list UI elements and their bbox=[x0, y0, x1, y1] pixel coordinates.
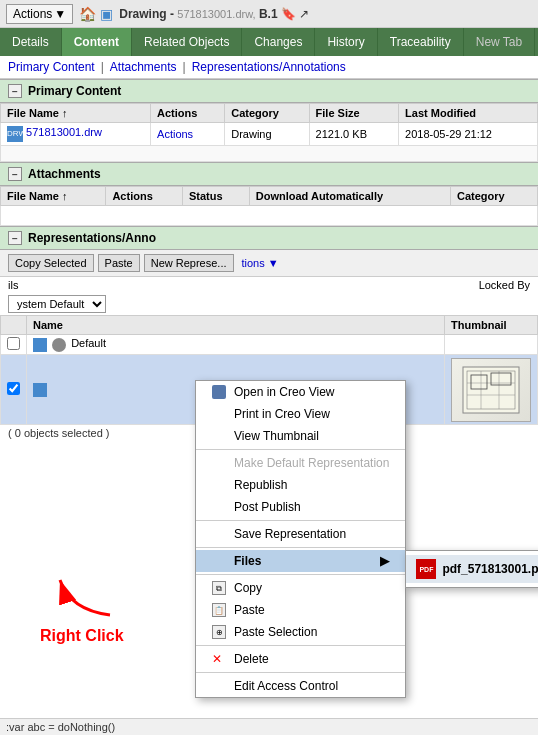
rep-checkbox[interactable] bbox=[1, 335, 27, 355]
context-menu: Open in Creo View Print in Creo View Vie… bbox=[195, 380, 406, 698]
context-menu-container: Open in Creo View Print in Creo View Vie… bbox=[195, 380, 406, 698]
menu-item-view-thumbnail[interactable]: View Thumbnail bbox=[196, 425, 405, 447]
title-code: 571813001.drw, bbox=[177, 8, 255, 20]
menu-label-print-creo-view: Print in Creo View bbox=[234, 407, 330, 421]
row-filename: DRW 571813001.drw bbox=[1, 123, 151, 146]
thumbnail-drawing bbox=[452, 359, 530, 421]
menu-sep-2 bbox=[196, 520, 405, 521]
menu-item-open-creo-view[interactable]: Open in Creo View bbox=[196, 381, 405, 403]
subnav-attachments[interactable]: Attachments bbox=[110, 60, 177, 74]
new-representation-button[interactable]: New Represe... bbox=[144, 254, 234, 272]
toolbar-icons: 🏠 ▣ bbox=[79, 6, 113, 22]
rep-checkbox-2[interactable] bbox=[1, 355, 27, 425]
delete-icon: ✕ bbox=[212, 652, 226, 666]
menu-label-view-thumbnail: View Thumbnail bbox=[234, 429, 319, 443]
subnav-primary-content[interactable]: Primary Content bbox=[8, 60, 95, 74]
rep-check-input[interactable] bbox=[7, 337, 20, 350]
attachments-header: − Attachments bbox=[0, 162, 538, 186]
drawing-svg bbox=[461, 365, 521, 415]
rep-small-icon bbox=[33, 338, 47, 352]
menu-label-paste-selection: Paste Selection bbox=[234, 625, 317, 639]
menu-item-paste[interactable]: 📋 Paste bbox=[196, 599, 405, 621]
row-actions-link[interactable]: Actions bbox=[157, 128, 193, 140]
menu-item-paste-selection[interactable]: ⊕ Paste Selection bbox=[196, 621, 405, 643]
menu-label-files: Files bbox=[234, 554, 261, 568]
menu-sep-3 bbox=[196, 547, 405, 548]
attachments-section: − Attachments File Name ↑ Actions Status… bbox=[0, 162, 538, 226]
rep-check-input-2[interactable] bbox=[7, 382, 20, 395]
menu-item-make-default: Make Default Representation bbox=[196, 452, 405, 474]
rep-options-area: ils Locked By bbox=[0, 277, 538, 293]
menu-sep-5 bbox=[196, 645, 405, 646]
menu-item-post-publish[interactable]: Post Publish bbox=[196, 496, 405, 518]
representations-header: − Representations/Anno bbox=[0, 226, 538, 250]
subnav-representations[interactable]: Representations/Annotations bbox=[192, 60, 346, 74]
att-col-status: Status bbox=[182, 187, 249, 206]
locked-by-label: Locked By bbox=[479, 279, 530, 291]
rep-col-name[interactable]: Name bbox=[27, 316, 445, 335]
representations-title: Representations/Anno bbox=[28, 231, 156, 245]
menu-label-paste: Paste bbox=[234, 603, 265, 617]
rep-dropdown-select[interactable]: ystem Default bbox=[8, 295, 106, 313]
tab-content[interactable]: Content bbox=[62, 28, 132, 56]
menu-item-files[interactable]: Files ▶ PDF pdf_571813001.pdf bbox=[196, 550, 405, 572]
menu-label-copy: Copy bbox=[234, 581, 262, 595]
options-dropdown[interactable]: tions ▼ bbox=[242, 257, 279, 269]
menu-label-make-default: Make Default Representation bbox=[234, 456, 389, 470]
menu-label-save-representation: Save Representation bbox=[234, 527, 346, 541]
att-col-filename[interactable]: File Name ↑ bbox=[1, 187, 106, 206]
tab-changes[interactable]: Changes bbox=[242, 28, 315, 56]
menu-label-edit-access-control: Edit Access Control bbox=[234, 679, 338, 693]
attachments-collapse[interactable]: − bbox=[8, 167, 22, 181]
status-bar-text: :var abc = doNothing() bbox=[6, 721, 115, 733]
primary-content-title: Primary Content bbox=[28, 84, 121, 98]
table-row: DRW 571813001.drw Actions Drawing 2121.0… bbox=[1, 123, 538, 146]
paste-icon: 📋 bbox=[212, 603, 226, 617]
paste-button[interactable]: Paste bbox=[98, 254, 140, 272]
copy-selected-button[interactable]: Copy Selected bbox=[8, 254, 94, 272]
status-bar: :var abc = doNothing() bbox=[0, 718, 538, 735]
menu-item-print-creo-view[interactable]: Print in Creo View bbox=[196, 403, 405, 425]
tab-new-tab[interactable]: New Tab bbox=[464, 28, 535, 56]
primary-content-table: File Name ↑ Actions Category File Size L… bbox=[0, 103, 538, 162]
tab-traceability[interactable]: Traceability bbox=[378, 28, 464, 56]
sub-nav: Primary Content | Attachments | Represen… bbox=[0, 56, 538, 79]
row-category: Drawing bbox=[225, 123, 309, 146]
top-bar: Actions ▼ 🏠 ▣ Drawing - 571813001.drw, B… bbox=[0, 0, 538, 28]
external-icon[interactable]: ↗ bbox=[299, 7, 309, 21]
tab-history[interactable]: History bbox=[315, 28, 377, 56]
tab-related-objects[interactable]: Related Objects bbox=[132, 28, 242, 56]
table-empty-row bbox=[1, 146, 538, 162]
title-version: B.1 bbox=[259, 7, 278, 21]
representations-collapse[interactable]: − bbox=[8, 231, 22, 245]
rep-dropdown-area: ystem Default bbox=[0, 293, 538, 315]
row-lastmodified: 2018-05-29 21:12 bbox=[399, 123, 538, 146]
menu-item-delete[interactable]: ✕ Delete bbox=[196, 648, 405, 670]
home-icon[interactable]: 🏠 bbox=[79, 6, 96, 22]
menu-item-edit-access-control[interactable]: Edit Access Control bbox=[196, 675, 405, 697]
attachments-table: File Name ↑ Actions Status Download Auto… bbox=[0, 186, 538, 226]
menu-label-delete: Delete bbox=[234, 652, 269, 666]
row-actions[interactable]: Actions bbox=[151, 123, 225, 146]
primary-content-collapse[interactable]: − bbox=[8, 84, 22, 98]
col-filename[interactable]: File Name ↑ bbox=[1, 104, 151, 123]
submenu-item-pdf[interactable]: PDF pdf_571813001.pdf bbox=[406, 555, 538, 583]
title-prefix: Drawing - bbox=[119, 7, 174, 21]
page-wrapper: Actions ▼ 🏠 ▣ Drawing - 571813001.drw, B… bbox=[0, 0, 538, 735]
col-category: Category bbox=[225, 104, 309, 123]
files-submenu: PDF pdf_571813001.pdf bbox=[405, 550, 538, 588]
actions-label: Actions bbox=[13, 7, 52, 21]
rep-toolbar: Copy Selected Paste New Represe... tions… bbox=[0, 250, 538, 277]
menu-item-republish[interactable]: Republish bbox=[196, 474, 405, 496]
menu-sep-1 bbox=[196, 449, 405, 450]
tab-details[interactable]: Details bbox=[0, 28, 62, 56]
actions-dropdown-button[interactable]: Actions ▼ bbox=[6, 4, 73, 24]
menu-item-save-representation[interactable]: Save Representation bbox=[196, 523, 405, 545]
file-name-link[interactable]: 571813001.drw bbox=[26, 126, 102, 138]
menu-sep-6 bbox=[196, 672, 405, 673]
bookmark-icon[interactable]: 🔖 bbox=[281, 7, 296, 21]
att-col-actions: Actions bbox=[106, 187, 182, 206]
paste-sel-icon: ⊕ bbox=[212, 625, 226, 639]
menu-item-copy[interactable]: ⧉ Copy bbox=[196, 577, 405, 599]
rep-col-check bbox=[1, 316, 27, 335]
